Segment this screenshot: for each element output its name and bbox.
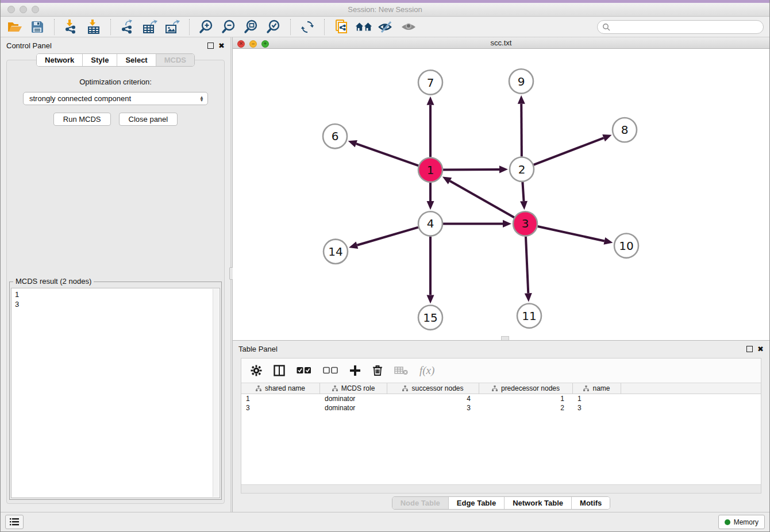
network-window-title: scc.txt [491,38,512,47]
tab-motifs[interactable]: Motifs [572,497,610,509]
column-header-MCDS-role[interactable]: MCDS role [320,383,387,394]
tab-style[interactable]: Style [83,54,117,66]
home-layout-icon[interactable] [355,19,372,35]
network-minimize-icon[interactable]: – [249,40,257,48]
run-mcds-button[interactable]: Run MCDS [53,113,111,126]
graph-node-label: 14 [328,245,342,259]
network-graph[interactable]: 7968124314101511 [233,49,769,340]
edge-3-1[interactable] [450,181,514,218]
control-panel-title: Control Panel [6,41,52,50]
table-cell[interactable]: 3 [241,403,320,413]
hide-panel-icon[interactable] [378,19,395,35]
export-network-icon[interactable] [119,19,136,35]
mcds-result-title: MCDS result (2 nodes) [13,277,94,286]
table-cell[interactable]: dominator [320,394,387,403]
close-panel-icon[interactable]: ✖ [218,43,225,49]
import-table-icon[interactable] [85,19,102,35]
column-panel-icon[interactable] [274,365,285,376]
table-cell[interactable]: 1 [241,394,320,403]
table-row[interactable]: 3dominator323 [241,403,761,413]
task-history-button[interactable] [5,515,24,529]
edge-arrowhead [499,165,508,173]
table-cell[interactable]: 1 [573,394,621,403]
memory-label: Memory [734,518,759,526]
clone-network-icon[interactable] [333,19,350,35]
save-session-icon[interactable] [29,19,46,35]
zoom-out-icon[interactable] [220,19,237,35]
table-cell[interactable]: 4 [387,394,479,403]
add-column-icon[interactable] [349,365,361,376]
tab-edge-table[interactable]: Edge Table [449,497,505,509]
edge-3-11[interactable] [526,237,528,294]
tab-node-table[interactable]: Node Table [392,497,449,509]
horizontal-splitter-grip[interactable] [501,336,509,340]
delete-column-icon[interactable] [372,365,383,376]
export-image-icon[interactable] [164,19,181,35]
column-header-predecessor-nodes[interactable]: predecessor nodes [479,383,573,394]
memory-button[interactable]: Memory [718,515,765,529]
table-cell[interactable]: 3 [387,403,479,413]
tab-select[interactable]: Select [117,54,156,66]
open-folder-icon[interactable] [6,19,24,35]
select-all-icon[interactable] [297,367,311,375]
deselect-all-icon[interactable] [323,367,338,375]
edge-arrowhead [518,95,525,104]
edge-2-3[interactable] [522,182,523,201]
window-title: Session: New Session [348,5,422,14]
show-panel-icon[interactable] [400,19,417,35]
hierarchy-icon [402,385,408,391]
minimize-window-button[interactable] [20,6,27,13]
tab-network-table[interactable]: Network Table [505,497,572,509]
mcds-result-list[interactable]: 1 3 [11,288,220,498]
search-field[interactable] [597,20,764,34]
network-view-window: ✕ – + scc.txt 7968124314101511 [233,37,769,341]
edge-1-6[interactable] [356,144,418,165]
edge-arrowhead [604,237,613,245]
import-network-icon[interactable] [63,19,80,35]
edge-2-8[interactable] [534,138,604,165]
edge-arrowhead [520,201,528,210]
zoom-window-button[interactable] [32,6,39,13]
graph-node-label: 2 [518,163,526,176]
toolbar-separator [324,19,325,35]
zoom-fit-icon[interactable] [242,19,260,35]
refresh-layout-icon[interactable] [299,19,316,35]
tab-network[interactable]: Network [37,54,83,66]
close-panel-button[interactable]: Close panel [119,113,178,126]
network-canvas[interactable]: 7968124314101511 [233,49,769,340]
optimization-criterion-value: strongly connected component [29,94,131,103]
result-scrollbar[interactable] [213,289,219,497]
close-window-button[interactable] [7,6,15,13]
edge-2-9[interactable] [521,104,522,157]
table-scrollbar-area[interactable] [241,484,761,493]
table-cell[interactable]: 2 [479,403,573,413]
toolbar-search [597,20,764,34]
column-label: name [592,384,610,392]
edge-3-10[interactable] [538,226,605,241]
column-header-successor-nodes[interactable]: successor nodes [387,383,479,394]
network-close-icon[interactable]: ✕ [237,40,245,48]
edge-4-14[interactable] [357,228,418,245]
float-panel-icon[interactable] [207,43,214,49]
column-header-shared-name[interactable]: shared name [241,383,320,394]
zoom-in-icon[interactable] [198,19,215,35]
float-table-panel-icon[interactable] [746,346,753,352]
export-table-icon[interactable] [141,19,159,35]
table-row[interactable]: 1dominator411 [241,394,761,403]
optimization-criterion-select[interactable]: strongly connected component ▲▼ [23,92,208,105]
table-cell[interactable]: 1 [479,394,573,403]
network-maximize-icon[interactable]: + [261,40,269,48]
settings-gear-icon[interactable] [251,365,262,376]
search-input[interactable] [610,23,759,31]
edge-1-2[interactable] [443,169,499,170]
function-builder-icon[interactable]: f(x) [419,364,434,377]
table-cell[interactable]: 3 [573,403,621,413]
column-header-name[interactable]: name [573,383,621,394]
zoom-selected-icon[interactable] [265,19,282,35]
network-window-titlebar[interactable]: ✕ – + scc.txt [233,37,769,49]
tab-mcds[interactable]: MCDS [156,54,194,66]
table-cell[interactable]: dominator [320,403,387,413]
hierarchy-icon [492,385,498,391]
delete-table-icon[interactable] [394,366,408,375]
close-table-panel-icon[interactable]: ✖ [757,346,764,352]
